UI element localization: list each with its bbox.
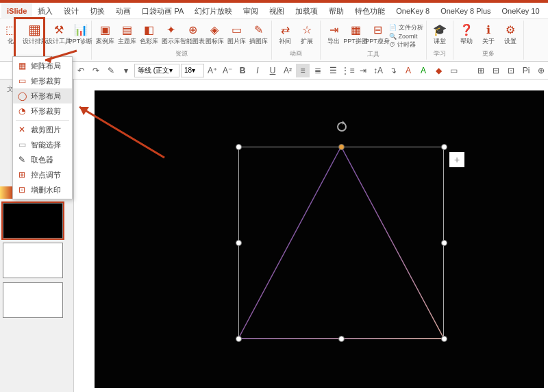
dd-智能选择[interactable]: ▭智能选择 <box>13 137 72 152</box>
group-label-learn: 学习 <box>434 49 446 58</box>
ribbon-tabs: iSlide 插入 设计 切换 动画 口袋动画 PA 幻灯片放映 审阅 视图 加… <box>0 3 548 19</box>
fmt-italic[interactable]: I <box>251 64 264 77</box>
dd-环形裁剪[interactable]: ◔环形裁剪 <box>13 103 72 119</box>
btn-ppt-merge[interactable]: ▦PPT拼图 <box>345 22 366 45</box>
fmt-highlight[interactable]: A <box>416 64 430 77</box>
btn-file-analysis[interactable]: 📄 文件分析 <box>389 23 423 32</box>
handle-br[interactable] <box>441 336 447 342</box>
handle-tc[interactable] <box>338 144 345 150</box>
fmt-brush[interactable]: ✎ <box>104 64 118 77</box>
handle-bl[interactable] <box>236 336 242 342</box>
btn-about[interactable]: ℹ关于 <box>478 22 499 45</box>
tab-help[interactable]: 帮助 <box>323 3 349 19</box>
handle-bc[interactable] <box>338 336 345 342</box>
handle-ml[interactable] <box>236 240 242 246</box>
btn-export[interactable]: ⇥导出 <box>323 22 344 45</box>
btn-illust-lib[interactable]: ✎插图库 <box>248 22 269 45</box>
tab-onekey8[interactable]: OneKey 8 <box>390 3 435 19</box>
tab-islide[interactable]: iSlide <box>1 3 32 19</box>
handle-mr[interactable] <box>441 240 447 246</box>
triangle-shape[interactable] <box>238 147 444 339</box>
btn-zoomit[interactable]: 🔍 ZoomIt <box>389 33 423 40</box>
btn-classroom[interactable]: 🎓课堂 <box>429 22 450 45</box>
btn-diagram-lib[interactable]: ✦图示库 <box>160 22 181 45</box>
fmt-x1[interactable]: ⊞ <box>474 64 488 77</box>
design-layout-dropdown: ▦矩阵布局▭矩形裁剪◯环形布局◔环形裁剪✕裁剪图片▭智能选择✎取色器⊞控点调节⊡… <box>12 56 73 199</box>
btn-settings[interactable]: ⚙设置 <box>500 22 521 45</box>
fmt-indent[interactable]: ⇥ <box>356 64 370 77</box>
fmt-color[interactable]: A <box>401 64 415 77</box>
color-swatch <box>0 186 14 199</box>
fmt-textdir[interactable]: ↴ <box>386 64 400 77</box>
btn-icon-lib[interactable]: ◈图标库 <box>204 22 225 45</box>
group-label-tools: 工具 <box>367 50 379 59</box>
tab-animation[interactable]: 动画 <box>110 3 136 19</box>
group-label-anim: 动画 <box>290 49 302 58</box>
fmt-numlist[interactable]: ⋮≡ <box>341 64 355 77</box>
tab-view[interactable]: 视图 <box>264 3 290 19</box>
tab-addins[interactable]: 加载项 <box>290 3 323 19</box>
fmt-x3[interactable]: ⊡ <box>504 64 518 77</box>
btn-ppt-slim[interactable]: ⊟PPT瘦身 <box>367 22 388 45</box>
tab-design[interactable]: 设计 <box>58 3 84 19</box>
slide-thumb-1[interactable] <box>3 203 63 238</box>
fmt-undo[interactable]: ↶ <box>74 64 88 77</box>
fmt-x2[interactable]: ⊟ <box>489 64 503 77</box>
fmt-outline[interactable]: ▭ <box>447 64 460 77</box>
dd-裁剪图片[interactable]: ✕裁剪图片 <box>13 122 72 137</box>
btn-tween[interactable]: ⇄补间 <box>275 22 295 45</box>
fmt-fill[interactable]: ◆ <box>432 64 445 77</box>
btn-theme-lib[interactable]: ▤主题库 <box>116 22 137 45</box>
btn-image-lib[interactable]: ▭图片库 <box>226 22 247 45</box>
fmt-more1[interactable]: ▾ <box>119 64 133 77</box>
fmt-spacing[interactable]: ↕A <box>371 64 385 77</box>
font-select[interactable]: 等线 (正文▾ <box>134 64 179 77</box>
tab-onekey10[interactable]: OneKey 10 <box>497 3 545 19</box>
btn-color-lib[interactable]: ◧色彩库 <box>138 22 159 45</box>
tab-features[interactable]: 特色功能 <box>349 3 390 19</box>
slide-thumb-3[interactable] <box>3 282 63 318</box>
dd-环形布局[interactable]: ◯环形布局 <box>13 88 72 103</box>
btn-case-lib[interactable]: ▣案例库 <box>95 22 115 45</box>
fmt-underline[interactable]: U <box>266 64 279 77</box>
btn-ppt-diag[interactable]: 📊PPT诊断 <box>71 22 91 45</box>
annotation-arrow-1 <box>44 49 78 63</box>
tab-transition[interactable]: 切换 <box>84 3 110 19</box>
dd-增删水印[interactable]: ⊡增删水印 <box>13 182 72 197</box>
fmt-align[interactable]: ≡ <box>296 64 310 77</box>
slide-thumb-2[interactable] <box>3 243 63 278</box>
font-size[interactable]: 18 ▾ <box>181 64 204 77</box>
btn-timer[interactable]: ⏱ 计时器 <box>389 40 423 49</box>
tab-pocket-anim[interactable]: 口袋动画 PA <box>136 3 189 19</box>
dd-矩形裁剪[interactable]: ▭矩形裁剪 <box>13 73 72 88</box>
ribbon: ⬚化 ▦设计排版 ⚒设计工具 📊PPT诊断 ▣案例库 ▤主题库 ◧色彩库 ✦图示… <box>0 19 548 62</box>
fmt-x4[interactable]: Pi <box>519 64 533 77</box>
btn-extend[interactable]: ☆扩展 <box>297 22 317 45</box>
tab-review[interactable]: 审阅 <box>238 3 264 19</box>
fmt-redo[interactable]: ↷ <box>89 64 103 77</box>
fmt-dec-size[interactable]: A⁻ <box>221 64 234 77</box>
btn-design-tools[interactable]: ⚒设计工具 <box>49 22 69 45</box>
fmt-super[interactable]: A² <box>281 64 295 77</box>
handle-tl[interactable] <box>236 144 242 150</box>
tab-slideshow[interactable]: 幻灯片放映 <box>189 3 238 19</box>
tab-insert[interactable]: 插入 <box>32 3 58 19</box>
fmt-align2[interactable]: ≣ <box>311 64 325 77</box>
dd-控点调节[interactable]: ⊞控点调节 <box>13 167 72 182</box>
tab-onekey8plus[interactable]: OneKey 8 Plus <box>435 3 496 19</box>
fmt-inc-size[interactable]: A⁺ <box>206 64 219 77</box>
fmt-x5[interactable]: ⊕ <box>534 64 548 77</box>
handle-tr[interactable] <box>441 144 447 150</box>
btn-optimize[interactable]: ⬚化 <box>1 22 21 45</box>
group-label-more: 更多 <box>482 49 495 58</box>
dd-取色器[interactable]: ✎取色器 <box>13 152 72 167</box>
fmt-bold[interactable]: B <box>236 64 249 77</box>
group-label-resources: 资源 <box>175 49 188 58</box>
rotate-handle[interactable] <box>337 122 347 132</box>
fmt-list[interactable]: ☰ <box>326 64 340 77</box>
tab-shape[interactable]: 形 <box>545 3 548 19</box>
layout-options-icon[interactable]: + <box>449 152 464 167</box>
btn-help[interactable]: ❓帮助 <box>456 22 477 45</box>
btn-smart-chart[interactable]: ⊕智能图表 <box>182 22 203 45</box>
btn-design-layout[interactable]: ▦设计排版 <box>23 22 47 45</box>
